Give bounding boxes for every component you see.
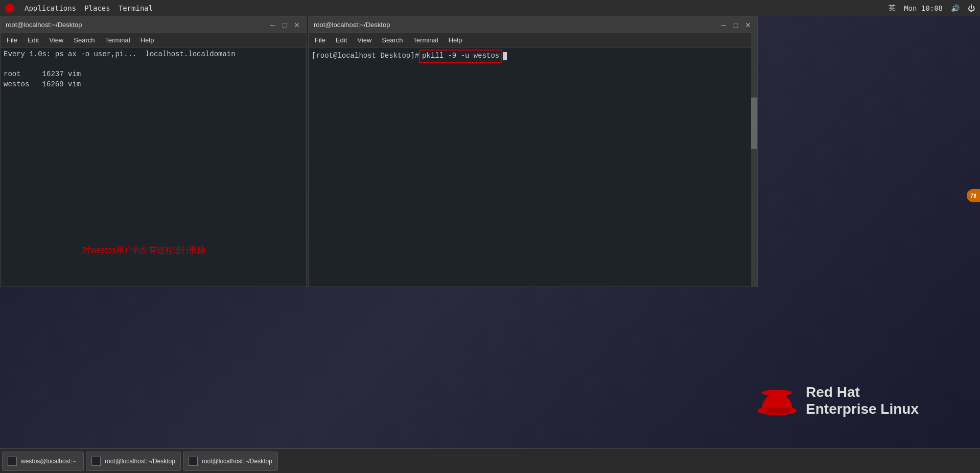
redhat-logo: Red Hat Enterprise Linux: [757, 384, 919, 418]
window-controls-2: ─ □ ✕: [719, 21, 752, 29]
menu-help-1[interactable]: Help: [138, 35, 156, 45]
terminal-title-2: root@localhost:~/Desktop: [314, 21, 390, 29]
menubar-2: File Edit View Search Terminal Help: [309, 33, 757, 48]
scrollbar-2[interactable]: [751, 17, 757, 287]
svg-point-1: [762, 390, 792, 396]
prompt-line-2: [root@localhost Desktop]# pkill -9 -u we…: [312, 50, 754, 63]
menu-edit-1[interactable]: Edit: [26, 35, 41, 45]
applications-menu[interactable]: Applications: [25, 4, 76, 12]
menu-file-1[interactable]: File: [5, 35, 19, 45]
menu-terminal-2[interactable]: Terminal: [411, 35, 440, 45]
taskbar-item-0[interactable]: westos@localhost:~: [2, 452, 84, 471]
output-row-1: root 16237 vim: [4, 69, 303, 80]
window-controls-1: ─ □ ✕: [268, 21, 301, 29]
redhat-line2: Enterprise Linux: [806, 400, 919, 418]
sys-bar-left: Applications Places Terminal: [5, 4, 153, 13]
redhat-text: Red Hat Enterprise Linux: [806, 384, 919, 418]
taskbar-icon-2: [189, 457, 198, 466]
terminal-window-2: root@localhost:~/Desktop ─ □ ✕ File Edit…: [308, 16, 758, 287]
redhat-icon: [5, 4, 14, 13]
command-highlighted: pkill -9 -u westos: [419, 50, 502, 63]
menu-search-1[interactable]: Search: [72, 35, 97, 45]
menu-file-2[interactable]: File: [313, 35, 328, 45]
places-menu[interactable]: Places: [84, 4, 110, 12]
taskbar-label-1: root@localhost:~/Desktop: [105, 458, 175, 465]
terminal-window-1: root@localhost:~/Desktop ─ □ ✕ File Edit…: [0, 16, 307, 287]
terminal-menu[interactable]: Terminal: [119, 4, 153, 12]
side-bubble[interactable]: 78: [967, 189, 980, 202]
clock: Mon 10:08: [904, 4, 943, 12]
language-indicator[interactable]: 英: [889, 4, 896, 13]
redhat-line1: Red Hat: [806, 384, 919, 401]
svg-point-3: [762, 408, 792, 414]
taskbar-item-2[interactable]: root@localhost:~/Desktop: [183, 452, 278, 471]
menu-view-2[interactable]: View: [355, 35, 374, 45]
menu-terminal-1[interactable]: Terminal: [103, 35, 132, 45]
maximize-btn-2[interactable]: □: [732, 21, 740, 29]
close-btn-1[interactable]: ✕: [293, 21, 301, 29]
taskbar-label-2: root@localhost:~/Desktop: [202, 458, 272, 465]
taskbar-icon-1: [91, 457, 101, 466]
menu-view-1[interactable]: View: [47, 35, 65, 45]
terminal-title-1: root@localhost:~/Desktop: [6, 21, 82, 29]
prompt-text: [root@localhost Desktop]#: [312, 51, 419, 61]
taskbar-item-1[interactable]: root@localhost:~/Desktop: [86, 452, 181, 471]
output-row-2: westos 16269 vim: [4, 80, 303, 90]
volume-icon[interactable]: 🔊: [951, 4, 960, 12]
menu-edit-2[interactable]: Edit: [334, 35, 349, 45]
scroll-thumb-2[interactable]: [751, 98, 757, 149]
menubar-1: File Edit View Search Terminal Help: [1, 33, 306, 48]
taskbar-label-0: westos@localhost:~: [21, 458, 76, 465]
titlebar-1: root@localhost:~/Desktop ─ □ ✕: [1, 17, 306, 33]
titlebar-2: root@localhost:~/Desktop ─ □ ✕: [309, 17, 757, 33]
cursor: [503, 52, 507, 60]
watch-header: Every 1.0s: ps ax -o user,pi... localhos…: [4, 50, 303, 60]
menu-help-2[interactable]: Help: [447, 35, 464, 45]
sys-bar-right: 英 Mon 10:08 🔊 ⏻: [889, 4, 975, 13]
taskbar: westos@localhost:~ root@localhost:~/Desk…: [0, 448, 980, 473]
terminal-body-1[interactable]: Every 1.0s: ps ax -o user,pi... localhos…: [1, 48, 306, 287]
terminal-body-2[interactable]: [root@localhost Desktop]# pkill -9 -u we…: [309, 48, 757, 287]
taskbar-icon-0: [8, 457, 17, 466]
minimize-btn-2[interactable]: ─: [719, 21, 728, 29]
redhat-hat-svg: [757, 385, 798, 416]
menu-search-2[interactable]: Search: [380, 35, 405, 45]
power-icon[interactable]: ⏻: [968, 4, 975, 12]
minimize-btn-1[interactable]: ─: [268, 21, 276, 29]
desktop: root@localhost:~/Desktop ─ □ ✕ File Edit…: [0, 16, 980, 448]
output-spacer: [4, 60, 303, 70]
annotation-text: 对westos用户的所有进程进行删除: [82, 245, 206, 256]
maximize-btn-1[interactable]: □: [281, 21, 289, 29]
system-bar: Applications Places Terminal 英 Mon 10:08…: [0, 0, 980, 16]
